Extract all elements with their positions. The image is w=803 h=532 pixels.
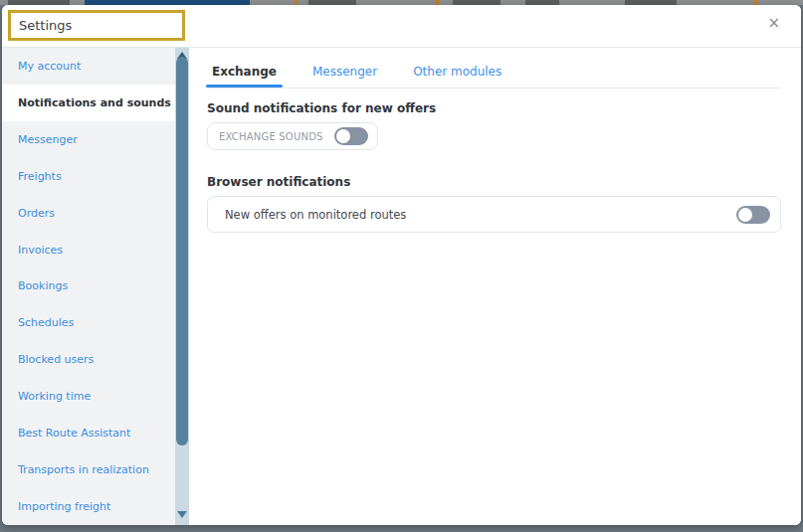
settings-content: Exchange Messenger Other modules Sound n… xyxy=(189,48,801,525)
sidebar-item-invoices[interactable]: Invoices xyxy=(2,232,175,268)
sidebar-item-messenger[interactable]: Messenger xyxy=(2,121,175,158)
sound-notifications-heading: Sound notifications for new offers xyxy=(207,101,781,115)
scrollbar-thumb[interactable] xyxy=(176,57,188,445)
monitored-routes-row: New offers on monitored routes xyxy=(207,196,781,233)
sidebar-item-importing-freight[interactable]: Importing freight xyxy=(2,488,175,525)
sidebar-item-orders[interactable]: Orders xyxy=(2,195,175,232)
sidebar-item-my-account[interactable]: My account xyxy=(2,48,175,85)
sidebar-item-transports-in-realization[interactable]: Transports in realization xyxy=(2,451,175,488)
monitored-routes-label: New offers on monitored routes xyxy=(225,208,406,222)
notification-tabs: Exchange Messenger Other modules xyxy=(207,48,781,89)
modal-title: Settings xyxy=(19,18,72,33)
sidebar-item-best-route-assistant[interactable]: Best Route Assistant xyxy=(2,415,175,451)
sidebar-item-bookings[interactable]: Bookings xyxy=(2,268,175,305)
screenshot-root: Settings × My account Notifications and … xyxy=(0,0,803,532)
tab-messenger[interactable]: Messenger xyxy=(307,65,382,88)
exchange-sounds-label: EXCHANGE SOUNDS xyxy=(219,131,323,142)
monitored-routes-toggle[interactable] xyxy=(736,206,770,224)
tab-other-modules[interactable]: Other modules xyxy=(408,65,506,88)
modal-titlebar: Settings × xyxy=(2,5,801,48)
sidebar-scrollbar[interactable] xyxy=(175,48,189,525)
sidebar-item-blocked-users[interactable]: Blocked users xyxy=(2,341,175,378)
settings-sidebar: My account Notifications and sounds Mess… xyxy=(2,48,175,525)
exchange-sounds-toggle[interactable] xyxy=(334,127,368,145)
close-icon[interactable]: × xyxy=(767,16,780,31)
sidebar-item-freights[interactable]: Freights xyxy=(2,158,175,195)
tab-exchange[interactable]: Exchange xyxy=(207,65,282,88)
toggle-knob xyxy=(336,129,350,143)
scroll-down-arrow-icon[interactable] xyxy=(175,507,189,521)
sidebar-item-schedules[interactable]: Schedules xyxy=(2,304,175,341)
settings-modal: Settings × My account Notifications and … xyxy=(2,5,801,525)
sidebar-item-notifications-and-sounds[interactable]: Notifications and sounds xyxy=(2,85,175,121)
browser-notifications-heading: Browser notifications xyxy=(207,175,781,189)
sidebar-item-working-time[interactable]: Working time xyxy=(2,378,175,415)
toggle-knob xyxy=(738,208,752,222)
modal-body: My account Notifications and sounds Mess… xyxy=(2,48,801,525)
exchange-sounds-button[interactable]: EXCHANGE SOUNDS xyxy=(207,122,378,150)
